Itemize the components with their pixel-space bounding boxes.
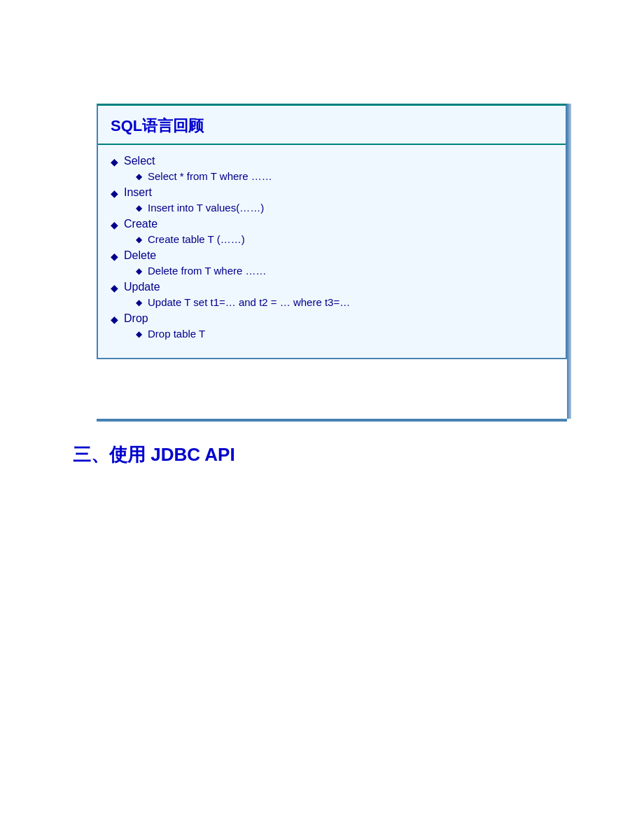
section-update: ◆ Update ◆ Update T set t1=… and t2 = … … <box>111 281 553 308</box>
sub-label-select: Select * from T where …… <box>148 170 272 182</box>
sub-diamond-icon-delete: ◆ <box>136 266 142 276</box>
sub-diamond-icon-insert: ◆ <box>136 203 142 213</box>
section-create: ◆ Create ◆ Create table T (……) <box>111 218 553 245</box>
slide-title-text: SQL语言回顾 <box>111 117 204 134</box>
main-item-update: ◆ Update <box>111 281 553 293</box>
section-insert: ◆ Insert ◆ Insert into T values(……) <box>111 186 553 214</box>
main-label-insert: Insert <box>124 186 152 199</box>
sub-diamond-icon-update: ◆ <box>136 298 142 307</box>
main-label-select: Select <box>124 155 155 167</box>
sub-label-drop: Drop table T <box>148 328 205 340</box>
diamond-icon-update: ◆ <box>111 282 118 293</box>
sub-item-insert: ◆ Insert into T values(……) <box>136 202 553 214</box>
right-border <box>567 104 571 419</box>
diamond-icon-create: ◆ <box>111 219 118 230</box>
slide-box: SQL语言回顾 ◆ Select ◆ Select * from T where… <box>97 104 567 359</box>
sub-item-delete: ◆ Delete from T where …… <box>136 265 553 277</box>
sub-label-insert: Insert into T values(……) <box>148 202 264 214</box>
diamond-icon-select: ◆ <box>111 156 118 167</box>
sub-item-drop: ◆ Drop table T <box>136 328 553 340</box>
main-label-update: Update <box>124 281 160 293</box>
main-label-create: Create <box>124 218 158 230</box>
section-delete: ◆ Delete ◆ Delete from T where …… <box>111 249 553 277</box>
main-label-drop: Drop <box>124 312 148 325</box>
slide-content: ◆ Select ◆ Select * from T where …… ◆ In… <box>98 145 566 358</box>
diamond-icon-insert: ◆ <box>111 188 118 199</box>
sub-diamond-icon-drop: ◆ <box>136 329 142 339</box>
section-select: ◆ Select ◆ Select * from T where …… <box>111 155 553 182</box>
main-item-create: ◆ Create <box>111 218 553 230</box>
main-item-select: ◆ Select <box>111 155 553 167</box>
sub-diamond-icon-select: ◆ <box>136 172 142 181</box>
slide-title: SQL语言回顾 <box>98 106 566 145</box>
sub-item-update: ◆ Update T set t1=… and t2 = … where t3=… <box>136 296 553 308</box>
bottom-border <box>97 419 567 422</box>
page-container: SQL语言回顾 ◆ Select ◆ Select * from T where… <box>0 0 644 834</box>
diamond-icon-drop: ◆ <box>111 314 118 325</box>
sub-item-create: ◆ Create table T (……) <box>136 233 553 245</box>
sub-label-delete: Delete from T where …… <box>148 265 267 277</box>
sub-label-update: Update T set t1=… and t2 = … where t3=… <box>148 296 350 308</box>
sub-item-select: ◆ Select * from T where …… <box>136 170 553 182</box>
main-label-delete: Delete <box>124 249 156 262</box>
main-item-drop: ◆ Drop <box>111 312 553 325</box>
section-drop: ◆ Drop ◆ Drop table T <box>111 312 553 340</box>
main-item-insert: ◆ Insert <box>111 186 553 199</box>
main-item-delete: ◆ Delete <box>111 249 553 262</box>
sub-diamond-icon-create: ◆ <box>136 235 142 244</box>
diamond-icon-delete: ◆ <box>111 251 118 262</box>
sub-label-create: Create table T (……) <box>148 233 245 245</box>
section-heading: 三、使用 JDBC API <box>73 443 235 467</box>
